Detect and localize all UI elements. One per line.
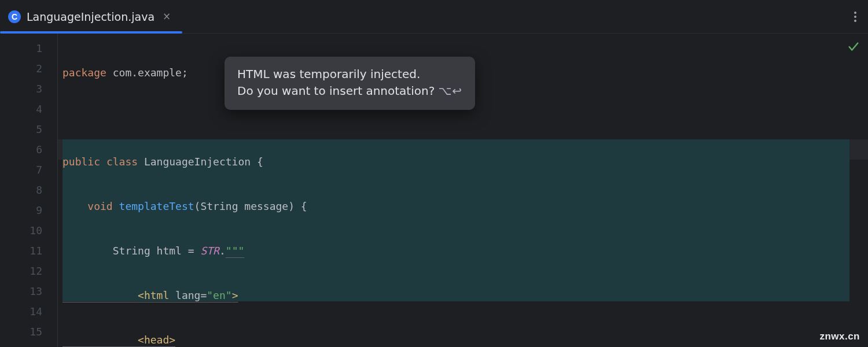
line-number: 4 [0,99,57,119]
popup-line-2: Do you want to insert annotation?⌥↩ [237,83,462,99]
tab-filename: LanguageInjection.java [27,10,155,23]
line-number: 7 [0,160,57,180]
popup-shortcut: ⌥↩ [438,84,462,98]
tab-language-injection[interactable]: C LanguageInjection.java × [0,0,182,33]
tab-bar: C LanguageInjection.java × [0,0,868,34]
class-file-icon: C [8,10,21,23]
svg-point-2 [854,20,856,22]
svg-point-1 [854,16,856,18]
line-number: 8 [0,180,57,200]
code-line[interactable]: public class LanguageInjection { [58,152,868,172]
line-number: 11 [0,241,57,261]
inspection-status[interactable] [847,40,860,56]
close-tab-button[interactable]: × [160,10,173,23]
code-line[interactable]: <html lang="en"> [58,285,868,305]
line-number: 2 [0,58,57,79]
line-number: 1 [0,38,57,58]
watermark: znwx.cn [819,331,860,342]
line-number: 14 [0,301,57,322]
popup-line-1: HTML was temporarily injected. [237,66,462,83]
code-line[interactable]: String html = STR.""" [58,241,868,261]
code-line[interactable]: <head> [58,330,868,347]
line-number: 3 [0,79,57,99]
code-line[interactable]: void templateTest(String message) { [58,196,868,216]
intention-popup[interactable]: HTML was temporarily injected. Do you wa… [225,57,475,110]
code-line[interactable] [58,107,868,127]
line-number: 5 [0,119,57,139]
checkmark-icon [847,40,860,53]
line-gutter: 123456789101112131415 [0,34,58,347]
svg-point-0 [854,12,856,14]
kebab-icon [854,12,856,22]
line-number: 10 [0,220,57,241]
line-number: 15 [0,322,57,342]
tab-options-button[interactable] [843,0,868,33]
line-number: 13 [0,281,57,301]
tabbar-spacer [182,0,843,33]
line-number: 6 [0,139,57,160]
line-number: 9 [0,200,57,220]
line-number: 12 [0,261,57,281]
